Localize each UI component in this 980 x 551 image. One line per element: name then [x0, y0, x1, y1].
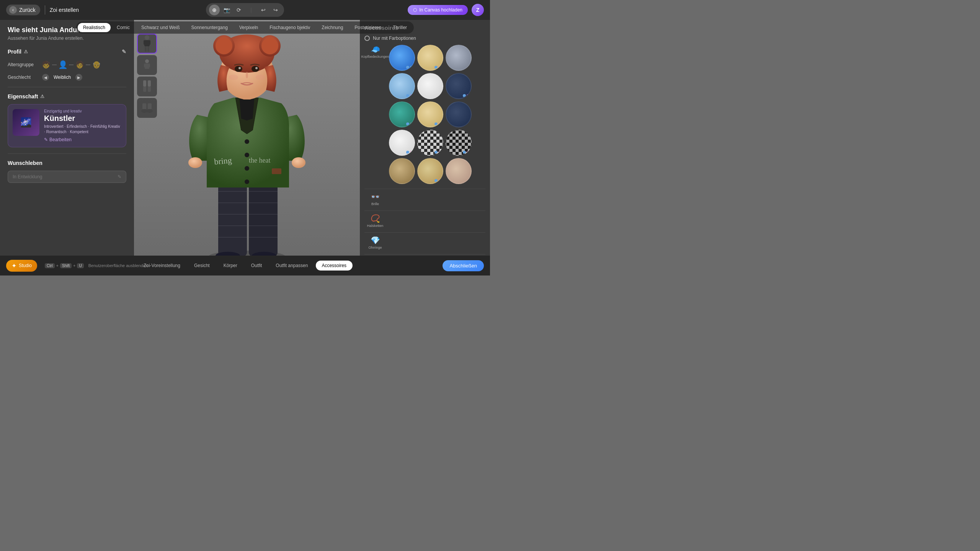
user-avatar[interactable]: Z — [472, 4, 484, 16]
wunschleben-edit-icon: ✎ — [118, 174, 121, 179]
style-tab-posterisieren[interactable]: Posterisieren — [349, 23, 387, 32]
svg-rect-5 — [147, 46, 149, 52]
back-button[interactable]: ‹ Zurück — [6, 5, 40, 15]
kopfbedeckungen-category: 🧢 Kopfbedeckungen — [364, 45, 386, 59]
undo-button[interactable]: ↩ — [258, 5, 269, 15]
style-tab-comic[interactable]: Comic — [111, 23, 135, 32]
style-tab-sonnenuntergang[interactable]: Sonnenuntergang — [186, 23, 233, 32]
age-child-figure[interactable]: 🧒 — [42, 59, 50, 70]
age-older-figure[interactable]: 🧑 — [76, 59, 83, 70]
hat-item-6[interactable] — [446, 73, 472, 99]
character-canvas[interactable]: bring the heat — [134, 20, 360, 256]
color-dot-pink7 — [438, 151, 441, 154]
studio-button[interactable]: ✦ Studio — [6, 260, 37, 272]
age-adult-figure[interactable]: 👤 — [59, 59, 67, 70]
eigenschaft-label: Eigenschaft — [8, 93, 38, 99]
svg-rect-12 — [143, 86, 146, 92]
hat-item-7[interactable] — [389, 101, 415, 127]
hat-item-10[interactable] — [389, 130, 415, 156]
bearbeiten-button[interactable]: ✎ Bearbeiten — [44, 137, 121, 142]
style-tab-zeichnung[interactable]: Zeichnung — [316, 23, 348, 32]
gender-prev-button[interactable]: ◀ — [42, 74, 49, 81]
svg-rect-8 — [144, 64, 146, 67]
kopfbedeckungen-label: Kopfbedeckungen — [361, 55, 389, 59]
hat-item-2[interactable] — [417, 45, 443, 71]
svg-point-34 — [245, 179, 249, 184]
wunschleben-placeholder: In Entwicklung — [13, 174, 42, 179]
kbd-shift: Shift — [60, 263, 72, 268]
tab-gesicht[interactable]: Gesicht — [188, 261, 216, 271]
upload-canvas-button[interactable]: ⬡ In Canvas hochladen — [408, 5, 468, 15]
tab-accessoires[interactable]: Accessoires — [315, 261, 353, 271]
style-tab-verpixeln[interactable]: Verpixeln — [234, 23, 263, 32]
camera-button[interactable]: 📷 — [221, 5, 232, 15]
svg-point-47 — [238, 67, 241, 69]
ohrringe-section: 💎 Ohrringe — [364, 232, 485, 249]
tag-sep2: · — [88, 124, 89, 129]
tab-zoi-voreinstellung[interactable]: Zoi-Voreinstellung — [137, 261, 186, 271]
color-dot-blue10 — [434, 179, 438, 182]
color-dot-blue2 — [434, 66, 438, 69]
geschlecht-row: Geschlecht ◀ Weiblich ▶ — [8, 74, 126, 81]
hat-6-colors — [463, 94, 470, 97]
keyboard-hint: Ctrl + Shift + U Benutzeroberfläche ausb… — [45, 263, 148, 268]
svg-rect-13 — [148, 86, 151, 92]
char-thumb-legs[interactable] — [137, 77, 157, 96]
geschlecht-label: Geschlecht — [8, 75, 42, 80]
filter-checkbox[interactable] — [364, 36, 370, 41]
profil-divider — [8, 87, 126, 87]
svg-point-51 — [188, 157, 202, 168]
style-tab-schwarzweiss[interactable]: Schwarz und Weiß — [136, 23, 185, 32]
age-elderly-figure[interactable]: 👴 — [93, 59, 100, 70]
left-panel: Wie sieht Junia Andune aus? Aussehen für… — [0, 20, 134, 256]
hat-item-1[interactable] — [389, 45, 415, 71]
finish-button[interactable]: Abschließen — [443, 260, 484, 271]
profil-edit-icon[interactable]: ✎ — [122, 49, 126, 55]
page-title: Zoi erstellen — [50, 7, 79, 13]
tab-outfit-anpassen[interactable]: Outfit anpassen — [270, 261, 314, 271]
tag-introvertiert: Introvertiert — [44, 124, 64, 129]
hat-10-colors — [406, 151, 413, 154]
eigenschaft-subtitle: Einzigartig und kreativ — [44, 109, 121, 113]
top-bar: ‹ Zurück Zoi erstellen ⊕ 📷 ⟳ | ↩ ↪ ⬡ In … — [0, 0, 490, 20]
rotate-mode-button[interactable]: ⊕ — [209, 5, 220, 15]
style-tab-fischaugeno[interactable]: Fischaugeno bjektiv — [264, 23, 315, 32]
hat-item-5[interactable] — [417, 73, 443, 99]
svg-rect-9 — [148, 64, 150, 67]
svg-point-49 — [229, 75, 238, 80]
warning-icon: ⚠ — [24, 49, 28, 54]
hat-item-13[interactable] — [389, 158, 415, 184]
color-dot-blue9 — [463, 151, 466, 154]
ohrringe-icon: 💎 — [371, 236, 380, 245]
ohrringe-category: 💎 Ohrringe — [364, 236, 386, 249]
color-dot-blue6 — [434, 122, 438, 126]
hat-item-14[interactable] — [417, 158, 443, 184]
eigenschaft-title: Künstler — [44, 114, 121, 123]
eigenschaft-image: 🌌 — [13, 109, 39, 136]
char-thumb-outfit[interactable] — [137, 55, 157, 75]
redo-button[interactable]: ↪ — [270, 5, 281, 15]
svg-rect-37 — [272, 168, 281, 174]
hat-item-4[interactable] — [389, 73, 415, 99]
color-dot-blue5 — [406, 122, 409, 126]
color-dot-pink3 — [467, 94, 470, 97]
gender-next-button[interactable]: ▶ — [75, 74, 82, 81]
tab-koerper[interactable]: Körper — [217, 261, 243, 271]
tag-sep4: · — [68, 130, 69, 134]
hat-item-12[interactable] — [446, 130, 472, 156]
hat-11-colors — [434, 151, 441, 154]
hat-item-3[interactable] — [446, 45, 472, 71]
hat-item-8[interactable] — [417, 101, 443, 127]
wunschleben-section-header: Wunschleben — [8, 160, 126, 166]
hat-item-11[interactable] — [417, 130, 443, 156]
style-tab-thriller[interactable]: Thriller — [387, 23, 412, 32]
tab-outfit[interactable]: Outfit — [245, 261, 268, 271]
char-thumb-full[interactable] — [137, 34, 157, 54]
character-subtitle: Aussehen für Junia Andune erstellen. — [8, 36, 126, 41]
hat-item-9[interactable] — [446, 101, 472, 127]
wunschleben-input[interactable]: In Entwicklung ✎ — [8, 171, 126, 183]
style-tab-realistisch[interactable]: Realistisch — [78, 23, 111, 32]
char-thumb-shoes[interactable] — [137, 98, 157, 118]
hat-item-15[interactable] — [446, 158, 472, 184]
sync-button[interactable]: ⟳ — [234, 5, 244, 15]
